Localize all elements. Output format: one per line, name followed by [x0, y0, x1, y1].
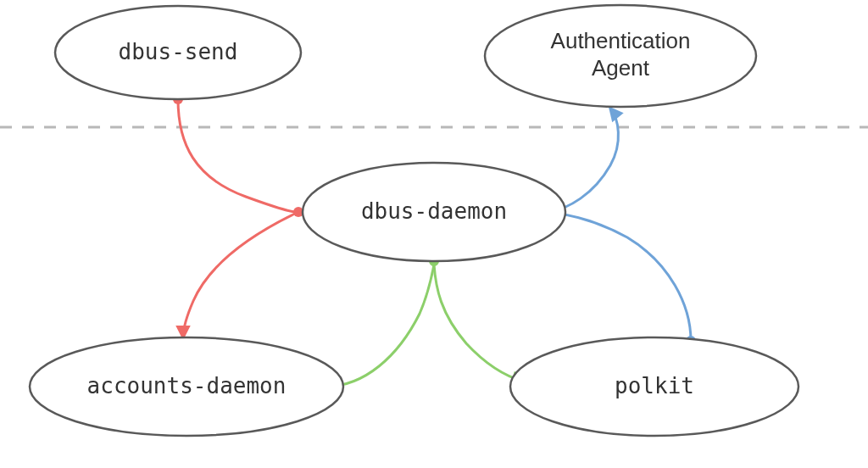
- node-polkit: polkit: [510, 337, 798, 436]
- node-auth-agent-label-line1: Authentication: [551, 28, 691, 53]
- node-dbus-send: dbus-send: [55, 6, 301, 99]
- node-dbus-send-label: dbus-send: [119, 39, 238, 64]
- node-accounts-daemon: accounts-daemon: [30, 337, 343, 436]
- node-dbus-daemon-label: dbus-daemon: [361, 198, 507, 224]
- edge-dbus-send-to-junction: [178, 99, 298, 212]
- node-polkit-label: polkit: [615, 373, 694, 398]
- node-dbus-daemon: dbus-daemon: [303, 163, 565, 261]
- edge-accounts-daemon-to-dbus-daemon: [326, 265, 434, 387]
- edge-polkit-to-dbus-daemon: [549, 212, 691, 341]
- edge-dbus-daemon-to-accounts-daemon: [183, 212, 298, 337]
- node-auth-agent-label-line2: Agent: [592, 55, 650, 81]
- edge-dbus-daemon-to-polkit: [434, 265, 524, 382]
- node-accounts-daemon-label: accounts-daemon: [87, 373, 287, 398]
- node-auth-agent: Authentication Agent: [485, 5, 756, 107]
- diagram-canvas: dbus-send Authentication Agent dbus-daem…: [0, 0, 868, 468]
